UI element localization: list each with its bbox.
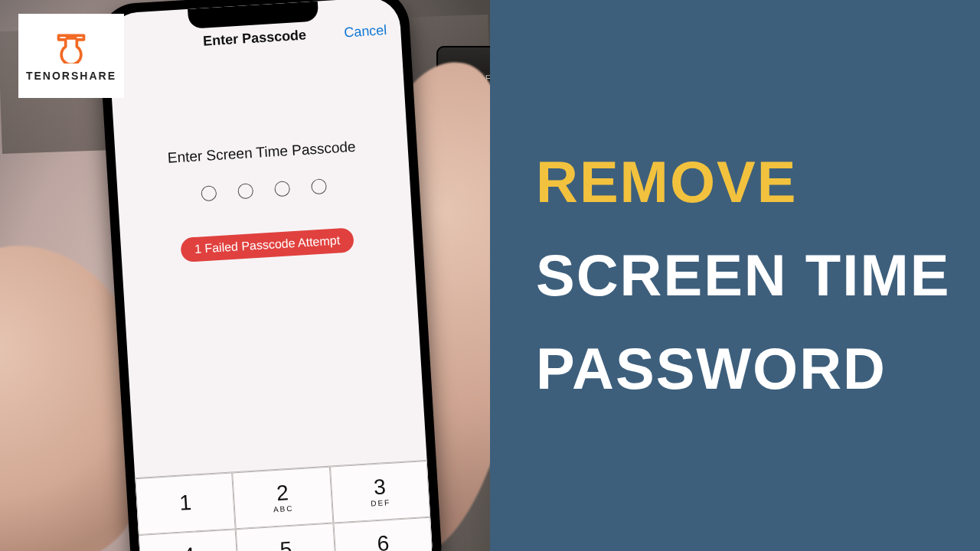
passcode-body: Enter Screen Time Passcode 1 Failed Pass… bbox=[109, 44, 427, 478]
passcode-dot bbox=[311, 178, 327, 194]
key-number: 5 bbox=[279, 539, 292, 551]
iphone-screen: Enter Passcode Cancel Enter Screen Time … bbox=[106, 0, 433, 551]
key-number: 6 bbox=[377, 533, 390, 551]
key-letters: DEF bbox=[371, 499, 391, 508]
key-letters: ABC bbox=[273, 505, 294, 514]
title-panel: REMOVE SCREEN TIME PASSWORD bbox=[490, 0, 980, 551]
passcode-prompt: Enter Screen Time Passcode bbox=[167, 139, 356, 167]
title-line-2: SCREEN TIME bbox=[536, 245, 980, 306]
key-2[interactable]: 2 ABC bbox=[232, 467, 333, 530]
key-number: 2 bbox=[276, 482, 289, 504]
key-6[interactable]: 6 MNO bbox=[333, 517, 434, 551]
brand-name: TENORSHARE bbox=[26, 70, 116, 82]
key-number: 4 bbox=[182, 545, 195, 551]
tenorshare-logo-icon bbox=[54, 30, 88, 64]
passcode-dot bbox=[237, 183, 253, 199]
key-3[interactable]: 3 DEF bbox=[330, 461, 431, 523]
failed-attempt-pill: 1 Failed Passcode Attempt bbox=[180, 227, 354, 262]
passcode-dots bbox=[201, 178, 327, 201]
title-line-3: PASSWORD bbox=[536, 338, 980, 399]
key-number: 3 bbox=[373, 476, 386, 498]
passcode-dot bbox=[201, 185, 217, 201]
passcode-dot bbox=[274, 181, 290, 197]
iphone-device: Enter Passcode Cancel Enter Screen Time … bbox=[97, 0, 444, 551]
title-line-1: REMOVE bbox=[536, 152, 980, 213]
cancel-button[interactable]: Cancel bbox=[344, 22, 387, 41]
brand-badge: TENORSHARE bbox=[18, 14, 124, 98]
svg-rect-0 bbox=[66, 35, 77, 40]
key-number: 1 bbox=[179, 492, 192, 514]
navbar-title: Enter Passcode bbox=[203, 28, 307, 50]
key-1[interactable]: 1 bbox=[135, 472, 236, 535]
